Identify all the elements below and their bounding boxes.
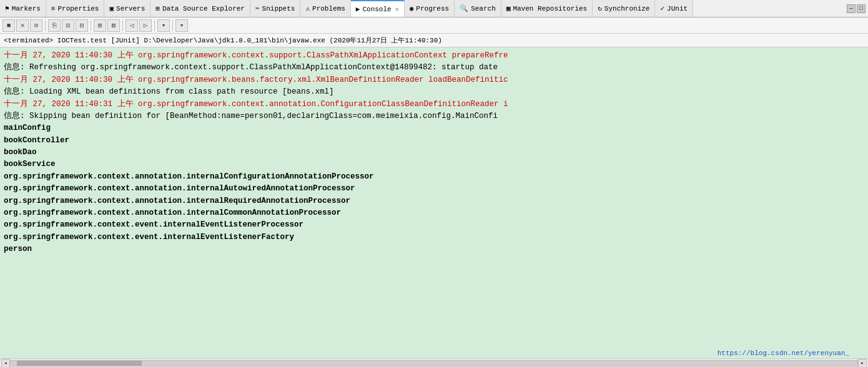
console-line-3: 十一月 27, 2020 11:40:30 上午 org.springframe…	[4, 74, 864, 86]
paste-btn[interactable]: ⊡	[62, 19, 74, 32]
tab-progress[interactable]: ◉ Progress	[405, 0, 455, 17]
console-line-15: org.springframework.context.event.intern…	[4, 219, 864, 231]
tab-servers[interactable]: ▣ Servers	[104, 0, 150, 17]
scrollbar-thumb[interactable]	[17, 361, 142, 366]
tab-bar: ⚑ Markers ≡ Properties ▣ Servers ⊞ Data …	[0, 0, 868, 17]
console-line-11: org.springframework.context.annotation.i…	[4, 171, 864, 183]
window-controls: — □	[847, 0, 868, 17]
tab-problems[interactable]: ⚠ Problems	[300, 0, 350, 17]
search-tab-icon: 🔍	[460, 4, 468, 12]
toolbar: ■ ✕ ⊘ ⎘ ⊡ ⊟ ⊞ ⊠ ◁ ▷ ▾ ▾	[0, 17, 868, 34]
tab-search[interactable]: 🔍 Search	[455, 0, 501, 17]
markers-icon: ⚑	[5, 4, 9, 12]
console-line-16: org.springframework.context.event.intern…	[4, 232, 864, 243]
console-line-9: bookDao	[4, 147, 864, 159]
footer-link: https://blog.csdn.net/yerenyuan_	[718, 350, 849, 357]
junit-icon: ✓	[660, 4, 664, 12]
sep1	[45, 20, 46, 31]
console-line-10: bookService	[4, 159, 864, 170]
terminate-btn[interactable]: ✕	[16, 19, 29, 32]
console-icon: ▶	[356, 5, 360, 13]
sep3	[122, 20, 123, 31]
maximize-btn[interactable]: □	[857, 4, 866, 13]
sep2	[91, 20, 91, 31]
tab-junit[interactable]: ✓ JUnit	[655, 0, 693, 17]
minimize-btn[interactable]: —	[847, 4, 856, 13]
tab-properties[interactable]: ≡ Properties	[46, 0, 105, 17]
console-line-14: org.springframework.context.annotation.i…	[4, 207, 864, 219]
sep4	[154, 20, 155, 31]
scroll-right-btn[interactable]: ▸	[858, 359, 867, 368]
tab-markers[interactable]: ⚑ Markers	[0, 0, 46, 17]
problems-icon: ⚠	[305, 4, 310, 12]
main-area: ■ ✕ ⊘ ⎘ ⊡ ⊟ ⊞ ⊠ ◁ ▷ ▾ ▾ <terminated> IOC…	[0, 17, 868, 367]
copy-btn[interactable]: ⎘	[48, 19, 61, 32]
open-console-btn[interactable]: ▾	[157, 19, 170, 32]
tab-console[interactable]: ▶ Console ✕	[351, 0, 405, 17]
console-line-2: 信息: Refreshing org.springframework.conte…	[4, 62, 864, 74]
servers-icon: ▣	[109, 4, 114, 12]
scrollbar-track[interactable]	[10, 360, 858, 366]
console-content: 十一月 27, 2020 11:40:30 上午 org.springframe…	[0, 47, 868, 358]
console-line-5: 十一月 27, 2020 11:40:31 上午 org.springframe…	[4, 99, 864, 110]
scroll-lock-btn[interactable]: ⊞	[94, 19, 106, 32]
stop-btn[interactable]: ■	[2, 19, 15, 32]
console-line-7: mainConfig	[4, 122, 864, 134]
console-line-6: 信息: Skipping bean definition for [BeanMe…	[4, 110, 864, 122]
forward-btn[interactable]: ▷	[139, 19, 152, 32]
console-close-btn[interactable]: ✕	[395, 6, 399, 13]
sep5	[172, 20, 173, 31]
tab-snippets[interactable]: ✂ Snippets	[250, 0, 300, 17]
status-text: <terminated> IOCTest.test [JUnit] D:\Dev…	[4, 36, 442, 45]
status-bar: <terminated> IOCTest.test [JUnit] D:\Dev…	[0, 34, 868, 47]
h-scrollbar[interactable]: ◂ ▸	[0, 358, 868, 367]
console-line-13: org.springframework.context.annotation.i…	[4, 195, 864, 207]
tab-maven[interactable]: ▦ Maven Repositories	[501, 0, 593, 17]
tab-synchronize[interactable]: ↻ Synchronize	[593, 0, 655, 17]
console-line-4: 信息: Loading XML bean definitions from cl…	[4, 86, 864, 98]
datasource-icon: ⊞	[155, 4, 160, 12]
console-line-12: org.springframework.context.annotation.i…	[4, 183, 864, 195]
console-line-17: person	[4, 243, 864, 255]
disconnect-btn[interactable]: ⊘	[30, 19, 42, 32]
scroll-left-btn[interactable]: ◂	[1, 359, 10, 368]
console-container: 十一月 27, 2020 11:40:30 上午 org.springframe…	[0, 47, 868, 367]
tab-datasource[interactable]: ⊞ Data Source Explorer	[150, 0, 250, 17]
word-wrap-btn[interactable]: ⊠	[107, 19, 120, 32]
back-btn[interactable]: ◁	[126, 19, 138, 32]
view-menu-btn[interactable]: ▾	[175, 19, 188, 32]
console-line-1: 十一月 27, 2020 11:40:30 上午 org.springframe…	[4, 50, 864, 62]
progress-icon: ◉	[410, 4, 414, 12]
clear-btn[interactable]: ⊟	[76, 19, 88, 32]
console-line-8: bookController	[4, 135, 864, 147]
sync-icon: ↻	[598, 4, 602, 12]
snippets-icon: ✂	[255, 4, 260, 12]
maven-icon: ▦	[506, 4, 511, 12]
properties-icon: ≡	[51, 5, 56, 12]
